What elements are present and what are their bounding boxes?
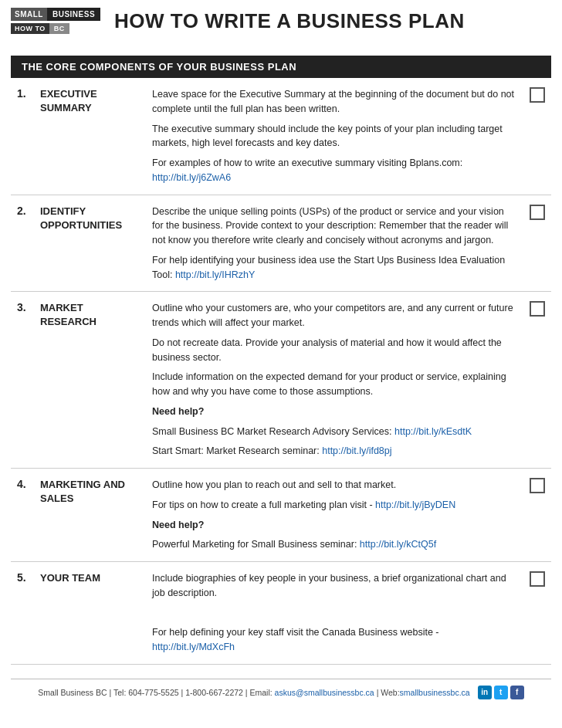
linkedin-icon[interactable]: in (478, 686, 492, 699)
logo-small: SMALL (11, 8, 47, 21)
table-row: 1. EXECUTIVE SUMMARY Leave space for the… (11, 78, 551, 195)
row-number: 3. (11, 292, 34, 469)
footer-email[interactable]: askus@smallbusinessbc.ca (275, 688, 374, 697)
checkbox-cell (523, 292, 551, 469)
need-help-label: Need help? (152, 520, 204, 530)
desc-para: Need help? (152, 518, 517, 533)
desc-para (152, 606, 517, 621)
desc-para: Small Business BC Market Research Adviso… (152, 425, 517, 439)
desc-para: For help defining your key staff visit t… (152, 625, 517, 655)
checkbox-cell (523, 78, 551, 195)
checkbox-cell (523, 562, 551, 665)
row-title: MARKETING AND SALES (34, 469, 146, 562)
desc-para: Describe the unique selling points (USPs… (152, 205, 517, 248)
footer-web-label: | Web: (374, 688, 400, 697)
market-research-link-2[interactable]: http://bit.ly/ifd8pj (322, 445, 391, 456)
row-description: Outline how you plan to reach out and se… (146, 469, 523, 562)
market-research-link-1[interactable]: http://bit.ly/kEsdtK (394, 426, 472, 437)
desc-para: For help identifying your business idea … (152, 253, 517, 283)
table-row: 3. MARKET RESEARCH Outline who your cust… (11, 292, 551, 469)
desc-para: For examples of how to write an executiv… (152, 156, 517, 185)
desc-para: Include biographies of key people in you… (152, 571, 517, 601)
checkbox[interactable] (530, 301, 545, 317)
row-title: MARKET RESEARCH (34, 292, 146, 469)
checkbox-cell (523, 469, 551, 562)
row-number: 1. (11, 78, 34, 195)
page-title: HOW TO WRITE A BUSINESS PLAN (114, 9, 465, 33)
need-help-label: Need help? (152, 406, 204, 417)
desc-para: Include information on the expected dema… (152, 370, 517, 399)
row-title: YOUR TEAM (34, 562, 146, 665)
logo-block: SMALL BUSINESS HOW TO BC (11, 8, 100, 34)
table-row: 4. MARKETING AND SALES Outline how you p… (11, 469, 551, 562)
footer-text: Small Business BC | Tel: 604-775-5525 | … (38, 688, 469, 697)
checkbox[interactable] (530, 87, 545, 103)
row-title: EXECUTIVE SUMMARY (34, 78, 146, 195)
footer: Small Business BC | Tel: 604-775-5525 | … (11, 679, 551, 699)
footer-web-link[interactable]: smallbusinessbc.ca (400, 688, 470, 697)
row-number: 5. (11, 562, 34, 665)
logo-howto: HOW TO (11, 23, 49, 34)
row-description: Leave space for the Executive Summary at… (146, 78, 523, 195)
row-description: Describe the unique selling points (USPs… (146, 195, 523, 292)
logo-bottom: HOW TO BC (11, 23, 100, 34)
checkbox-cell (523, 195, 551, 292)
opportunities-link[interactable]: http://bit.ly/IHRzhY (175, 269, 256, 280)
desc-para: The executive summary should include the… (152, 122, 517, 151)
section-bar: THE CORE COMPONENTS OF YOUR BUSINESS PLA… (11, 56, 551, 78)
desc-para: For tips on how to create a full marketi… (152, 498, 517, 513)
facebook-icon[interactable]: f (510, 686, 524, 699)
desc-para: Outline who your customers are, who your… (152, 301, 517, 330)
checkbox[interactable] (530, 205, 545, 220)
footer-main-text: Small Business BC | Tel: 604-775-5525 | … (38, 688, 274, 697)
desc-para: Do not recreate data. Provide your analy… (152, 336, 517, 365)
table-row: 2. IDENTIFYOPPORTUNITIES Describe the un… (11, 195, 551, 292)
desc-para: Outline how you plan to reach out and se… (152, 478, 517, 493)
checkbox[interactable] (530, 571, 545, 587)
header: SMALL BUSINESS HOW TO BC HOW TO WRITE A … (0, 0, 562, 42)
content-table: 1. EXECUTIVE SUMMARY Leave space for the… (11, 78, 551, 665)
desc-para: Start Smart: Market Research seminar: ht… (152, 444, 517, 459)
twitter-icon[interactable]: t (494, 686, 508, 699)
row-description: Outline who your customers are, who your… (146, 292, 523, 469)
row-title: IDENTIFYOPPORTUNITIES (34, 195, 146, 292)
marketing-link[interactable]: http://bit.ly/jByDEN (375, 499, 455, 510)
desc-para: Powerful Marketing for Small Business se… (152, 537, 517, 552)
desc-para: Leave space for the Executive Summary at… (152, 87, 517, 117)
row-number: 2. (11, 195, 34, 292)
your-team-link[interactable]: http://bit.ly/MdXcFh (152, 642, 235, 652)
logo-bc: BC (49, 23, 69, 34)
logo-top: SMALL BUSINESS (11, 8, 100, 21)
desc-para: Need help? (152, 405, 517, 419)
logo-business: BUSINESS (47, 8, 100, 21)
table-row: 5. YOUR TEAM Include biographies of key … (11, 562, 551, 665)
marketing-seminar-link[interactable]: http://bit.ly/kCtQ5f (360, 539, 436, 550)
row-description: Include biographies of key people in you… (146, 562, 523, 665)
row-number: 4. (11, 469, 34, 562)
social-icons: in t f (478, 686, 524, 699)
exec-summary-link[interactable]: http://bit.ly/j6ZwA6 (152, 172, 231, 183)
checkbox[interactable] (530, 478, 545, 493)
